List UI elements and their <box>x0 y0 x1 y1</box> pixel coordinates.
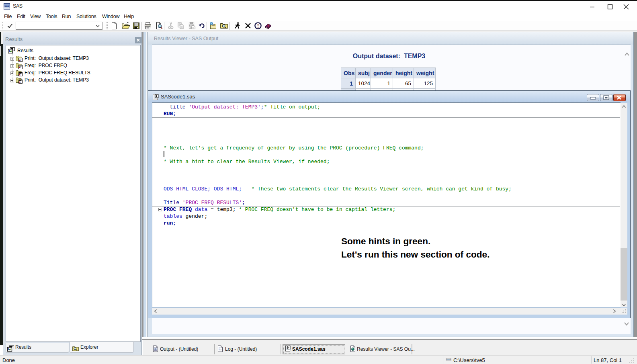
svg-text:sas: sas <box>4 5 9 8</box>
